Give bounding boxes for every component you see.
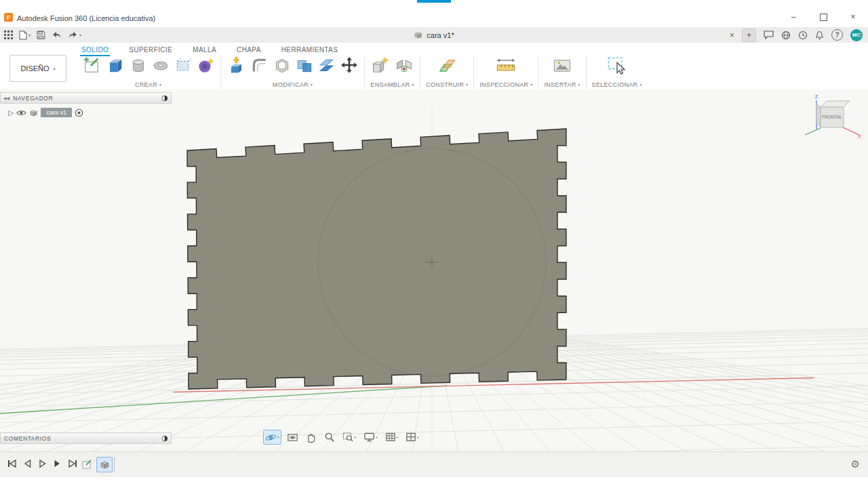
zoom-window-icon: [342, 432, 354, 443]
cylinder-button[interactable]: [129, 56, 148, 75]
skip-to-start-button[interactable]: [7, 459, 17, 468]
timeline-bar: ⚙: [0, 451, 868, 477]
new-component-button[interactable]: [370, 56, 391, 76]
create-sketch-button[interactable]: [81, 56, 102, 76]
navigator-tree-item[interactable]: ▷ cara v1: [8, 108, 83, 117]
fusion-logo-icon: F: [4, 13, 13, 22]
expand-node-icon[interactable]: ▷: [8, 108, 14, 117]
maximize-button[interactable]: [808, 8, 838, 26]
move-button[interactable]: [340, 56, 359, 75]
coil-button[interactable]: [196, 56, 215, 75]
group-label-seleccionar[interactable]: SELECCIONAR▾: [592, 81, 642, 89]
globe-icon: [781, 30, 791, 40]
play-button[interactable]: [38, 459, 47, 468]
viewcube-x-label: X: [858, 134, 862, 140]
create-sketch-icon: [81, 56, 102, 76]
combine-icon: [295, 56, 314, 75]
offset-face-button[interactable]: [317, 56, 336, 75]
job-status-button[interactable]: [798, 30, 808, 40]
group-label-insertar[interactable]: INSERTAR▾: [544, 81, 580, 89]
file-menu-button[interactable]: ▾: [19, 30, 31, 40]
offset-face-icon: [317, 56, 336, 75]
joint-button[interactable]: [394, 56, 414, 76]
viewports-button[interactable]: ▾: [403, 430, 421, 445]
comments-panel-header[interactable]: COMENTARIOS: [0, 432, 172, 444]
insert-image-button[interactable]: [552, 56, 572, 76]
app-grid-button[interactable]: [4, 30, 13, 39]
navigator-panel-header[interactable]: ◀◀ NAVEGADOR: [0, 92, 172, 104]
document-tab[interactable]: cara v1*: [414, 27, 454, 43]
viewcube-y-axis: [805, 128, 821, 135]
extensions-button[interactable]: [781, 30, 791, 40]
orbit-button[interactable]: ▾: [263, 430, 281, 445]
timeline-playback: [7, 459, 78, 468]
visibility-eye-icon[interactable]: [16, 109, 26, 117]
look-at-button[interactable]: [285, 430, 300, 445]
feedback-button[interactable]: [764, 30, 774, 39]
document-root-item[interactable]: cara v1: [41, 108, 72, 117]
box-button[interactable]: [105, 56, 125, 76]
close-tab-button[interactable]: ×: [730, 30, 734, 40]
torus-button[interactable]: [151, 56, 170, 75]
close-button[interactable]: ×: [838, 8, 868, 26]
select-button[interactable]: [607, 56, 627, 76]
combine-button[interactable]: [295, 56, 314, 75]
help-button[interactable]: ?: [831, 29, 843, 41]
measure-button[interactable]: [495, 56, 517, 76]
quickbar-right: × +: [730, 27, 863, 43]
minimize-button[interactable]: –: [778, 8, 808, 26]
viewcube-top-face[interactable]: [821, 101, 850, 107]
viewcube-front-label: FRONTAL: [822, 115, 842, 119]
activate-component-icon[interactable]: [75, 108, 83, 117]
pan-button[interactable]: [304, 430, 319, 445]
step-back-button[interactable]: [23, 459, 32, 468]
step-forward-button[interactable]: [53, 459, 62, 468]
move-icon: [340, 56, 359, 75]
press-pull-button[interactable]: [226, 56, 247, 76]
joint-icon: [394, 56, 414, 76]
group-label-ensamblar[interactable]: ENSAMBLAR▾: [370, 81, 414, 89]
redo-icon: [68, 30, 78, 39]
viewport[interactable]: ◀◀ NAVEGADOR ▷ cara v1: [0, 89, 868, 451]
skip-to-end-button[interactable]: [68, 459, 78, 468]
sketch-feature-icon[interactable]: [81, 459, 93, 470]
fillet-button[interactable]: [250, 56, 269, 75]
collapse-panel-icon[interactable]: ◀◀: [3, 96, 9, 100]
group-label-inspeccionar[interactable]: INSPECCIONAR▾: [479, 81, 532, 89]
redo-button[interactable]: ▾: [68, 30, 81, 39]
laser-cut-panel-body[interactable]: [187, 129, 566, 389]
component-cube-icon: [29, 108, 38, 117]
group-label-crear[interactable]: CREAR▾: [135, 81, 161, 89]
viewcube-z-label: Z: [815, 94, 818, 100]
primitive-button[interactable]: [174, 56, 193, 75]
viewcube-x-axis: [843, 127, 859, 135]
comments-toggle-icon[interactable]: [161, 435, 168, 442]
notifications-button[interactable]: [815, 30, 824, 40]
undo-button[interactable]: [52, 30, 62, 39]
extrude-feature-icon[interactable]: [96, 457, 113, 472]
fit-button[interactable]: ▾: [340, 430, 359, 445]
save-button[interactable]: [37, 30, 45, 39]
viewcube-left-face[interactable]: [816, 104, 821, 127]
workspace-selector[interactable]: DISEÑO▾: [9, 55, 66, 82]
viewcube[interactable]: FRONTAL Z X: [798, 92, 863, 149]
grid-settings-button[interactable]: ▾: [383, 430, 401, 445]
save-icon: [37, 30, 45, 39]
zoom-button[interactable]: [322, 430, 337, 445]
user-avatar[interactable]: MC: [850, 29, 863, 41]
construction-plane-button[interactable]: [437, 56, 457, 76]
new-tab-button[interactable]: +: [742, 28, 756, 42]
group-label-modificar[interactable]: MODIFICAR▾: [273, 81, 313, 89]
timeline-playhead[interactable]: [114, 457, 115, 472]
viewport-canvas[interactable]: [0, 89, 868, 451]
navigator-toggle-icon[interactable]: [161, 95, 168, 102]
comments-title: COMENTARIOS: [4, 435, 161, 442]
group-label-construir[interactable]: CONSTRUIR▾: [426, 81, 468, 89]
pan-hand-icon: [306, 432, 317, 443]
timeline-settings-gear-icon[interactable]: ⚙: [851, 458, 860, 470]
shell-button[interactable]: [273, 56, 292, 75]
construction-plane-icon: [437, 56, 457, 76]
comment-icon: [764, 30, 774, 39]
orbit-icon: [265, 432, 277, 443]
display-settings-button[interactable]: ▾: [361, 430, 380, 445]
